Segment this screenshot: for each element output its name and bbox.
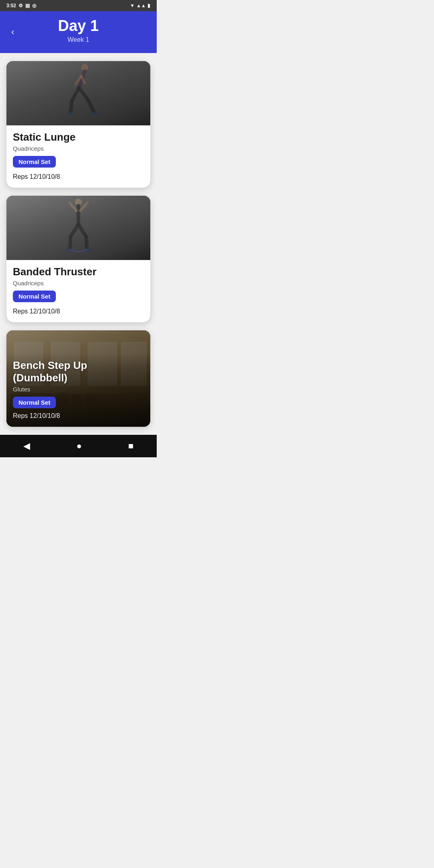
bottom-nav: ◀ ● ■ (0, 435, 157, 457)
nav-home-button[interactable]: ● (68, 439, 90, 453)
svg-line-15 (86, 237, 87, 249)
thruster-figure (54, 196, 102, 260)
exercise-2-name: Banded Thruster (13, 266, 144, 278)
exercise-card-1[interactable]: Static Lunge Quadriceps Normal Set Reps … (6, 61, 150, 188)
notifications-icon: ◎ (32, 3, 36, 8)
exercise-2-muscle: Quadriceps (13, 280, 144, 287)
page-subtitle: Week 1 (58, 36, 98, 43)
svg-point-6 (66, 112, 74, 115)
svg-line-12 (70, 224, 78, 237)
svg-line-5 (88, 100, 94, 113)
exercise-1-muscle: Quadriceps (13, 145, 144, 152)
exercise-1-set-badge: Normal Set (13, 156, 56, 168)
main-content: Static Lunge Quadriceps Normal Set Reps … (0, 53, 157, 435)
header-content: Day 1 Week 1 (58, 18, 98, 43)
exercise-3-set-badge: Normal Set (13, 397, 56, 408)
svg-line-2 (72, 88, 79, 100)
exercise-2-set-badge: Normal Set (13, 291, 56, 302)
exercise-2-reps: Reps 12/10/10/8 (13, 308, 144, 315)
exercise-card-2[interactable]: Banded Thruster Quadriceps Normal Set Re… (6, 196, 150, 322)
exercise-image-lunge (6, 61, 150, 125)
settings-icon: ⚙ (18, 3, 23, 8)
svg-line-20 (69, 203, 70, 250)
exercise-3-overlay: Bench Step Up (Dumbbell) Glutes Normal S… (6, 354, 150, 427)
sd-card-icon: ▤ (25, 3, 30, 8)
status-time: 3:52 (6, 3, 16, 8)
exercise-3-name: Bench Step Up (Dumbbell) (13, 359, 144, 384)
wifi-icon: ▼ (130, 3, 135, 8)
exercise-3-muscle: Glutes (13, 386, 144, 393)
svg-line-13 (70, 237, 71, 249)
exercise-1-body: Static Lunge Quadriceps Normal Set Reps … (6, 125, 150, 188)
svg-line-14 (78, 224, 86, 237)
signal-icon: ▲▲ (136, 3, 146, 8)
lunge-figure (54, 61, 102, 125)
svg-point-7 (92, 112, 99, 115)
exercise-2-body: Banded Thruster Quadriceps Normal Set Re… (6, 260, 150, 322)
header: ‹ Day 1 Week 1 (0, 11, 157, 53)
nav-back-button[interactable]: ◀ (15, 439, 38, 453)
status-bar-right: ▼ ▲▲ ▮ (130, 3, 150, 8)
page-title: Day 1 (58, 18, 98, 35)
svg-line-21 (87, 203, 88, 250)
nav-recent-button[interactable]: ■ (120, 439, 141, 453)
exercise-1-reps: Reps 12/10/10/8 (13, 173, 144, 180)
exercise-3-reps: Reps 12/10/10/8 (13, 412, 144, 420)
status-bar-left: 3:52 ⚙ ▤ ◎ (6, 3, 36, 8)
svg-line-4 (79, 88, 88, 100)
exercise-1-name: Static Lunge (13, 131, 144, 143)
back-button[interactable]: ‹ (8, 24, 17, 41)
status-bar: 3:52 ⚙ ▤ ◎ ▼ ▲▲ ▮ (0, 0, 157, 11)
svg-line-3 (70, 100, 72, 113)
exercise-card-3[interactable]: Bench Step Up (Dumbbell) Glutes Normal S… (6, 330, 150, 427)
battery-icon: ▮ (147, 3, 150, 8)
exercise-image-thruster (6, 196, 150, 260)
